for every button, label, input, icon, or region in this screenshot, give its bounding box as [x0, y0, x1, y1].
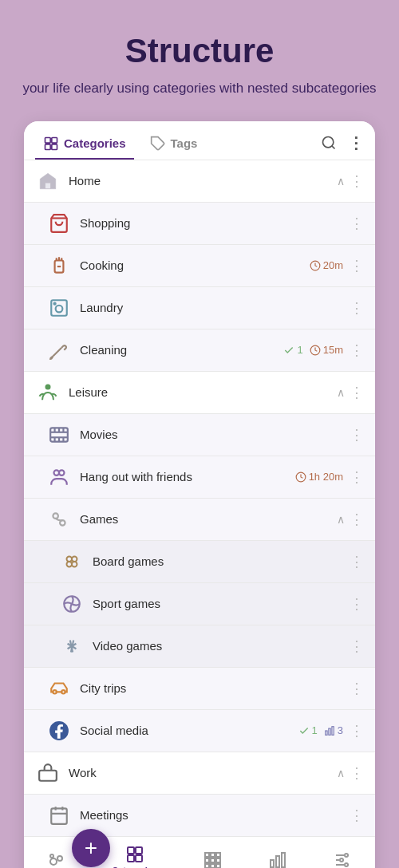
row-cooking: Cooking 20m ⋮	[24, 245, 375, 287]
more-icon[interactable]: ⋮	[348, 133, 364, 152]
hangout-dots[interactable]: ⋮	[348, 467, 365, 487]
svg-rect-57	[211, 853, 215, 857]
svg-rect-43	[332, 726, 334, 735]
svg-rect-2	[45, 144, 51, 149]
fab-icon: +	[85, 835, 97, 861]
board-games-dots[interactable]: ⋮	[348, 551, 365, 572]
svg-rect-3	[52, 144, 57, 149]
svg-rect-56	[205, 853, 209, 857]
leisure-dots[interactable]: ⋮	[348, 382, 365, 403]
nav-bubbles-icon	[47, 850, 66, 869]
meetings-icon	[46, 803, 72, 828]
svg-rect-1	[52, 137, 57, 143]
svg-rect-45	[51, 808, 67, 824]
city-trips-dots[interactable]: ⋮	[348, 678, 365, 699]
row-board-games: Board games ⋮	[24, 541, 375, 583]
tabs-actions: ⋮	[321, 133, 364, 156]
main-card: Categories Tags ⋮	[24, 121, 375, 869]
row-shopping: Shopping ⋮	[24, 203, 375, 245]
svg-rect-0	[45, 137, 51, 143]
row-movies: Movies ⋮	[24, 414, 375, 456]
movies-dots[interactable]: ⋮	[348, 424, 365, 445]
svg-rect-60	[211, 858, 215, 862]
board-games-label: Board games	[93, 554, 348, 568]
svg-rect-52	[128, 847, 134, 854]
svg-rect-67	[282, 853, 285, 867]
nav-categories-item[interactable]: Categories	[112, 845, 157, 869]
svg-line-15	[53, 347, 61, 356]
social-media-dots[interactable]: ⋮	[348, 720, 365, 741]
svg-point-49	[50, 858, 57, 865]
meetings-dots[interactable]: ⋮	[348, 805, 365, 826]
nav-chart-item[interactable]	[268, 850, 287, 869]
svg-rect-65	[271, 860, 274, 867]
movies-icon	[46, 422, 72, 448]
svg-rect-59	[205, 858, 209, 862]
work-chevron: ∧	[337, 767, 345, 779]
svg-rect-55	[136, 855, 142, 862]
nav-grid-item[interactable]	[203, 850, 222, 869]
work-icon	[35, 760, 61, 786]
category-list: Home ∧ ⋮ Shopping ⋮	[24, 160, 375, 836]
social-media-meta: 1 3	[298, 724, 343, 736]
hangout-timer: 1h 20m	[295, 471, 343, 483]
svg-rect-66	[276, 856, 279, 867]
games-dots[interactable]: ⋮	[348, 509, 365, 530]
social-media-check: 1	[298, 724, 318, 736]
games-label: Games	[80, 512, 337, 526]
shopping-dots[interactable]: ⋮	[348, 213, 365, 234]
svg-point-28	[59, 470, 65, 475]
row-laundry: Laundry ⋮	[24, 287, 375, 329]
svg-point-72	[340, 858, 343, 862]
laundry-icon	[46, 295, 72, 321]
svg-rect-53	[136, 847, 142, 854]
row-city-trips: City trips ⋮	[24, 668, 375, 710]
svg-rect-61	[216, 858, 220, 862]
city-trips-icon	[46, 676, 72, 701]
nav-graph-icon-item[interactable]	[47, 850, 66, 869]
svg-rect-64	[216, 864, 220, 868]
home-chevron: ∧	[337, 175, 345, 187]
sport-games-label: Sport games	[93, 597, 348, 610]
shopping-label: Shopping	[80, 216, 348, 230]
tabs-bar: Categories Tags ⋮	[24, 121, 375, 160]
hangout-label: Hang out with friends	[80, 470, 295, 483]
nav-categories-icon	[125, 845, 144, 864]
fab-button[interactable]: +	[72, 829, 110, 867]
sport-games-dots[interactable]: ⋮	[348, 594, 365, 614]
tab-tags[interactable]: Tags	[142, 129, 206, 160]
svg-line-6	[332, 145, 335, 148]
work-dots[interactable]: ⋮	[348, 763, 365, 783]
cooking-dots[interactable]: ⋮	[348, 255, 365, 276]
cleaning-timer: 15m	[310, 344, 343, 356]
row-home: Home ∧ ⋮	[24, 160, 375, 203]
row-video-games: Video games ⋮	[24, 625, 375, 668]
svg-point-51	[50, 854, 53, 858]
cooking-label: Cooking	[80, 258, 310, 272]
nav-settings-item[interactable]	[333, 850, 352, 869]
svg-rect-7	[45, 183, 51, 189]
games-chevron: ∧	[337, 513, 345, 526]
tab-categories[interactable]: Categories	[35, 129, 134, 160]
nav-grid-icon	[203, 850, 222, 869]
row-work: Work ∧ ⋮	[24, 752, 375, 795]
svg-rect-41	[326, 731, 327, 735]
svg-point-37	[53, 690, 56, 693]
leisure-chevron: ∧	[337, 386, 345, 399]
laundry-dots[interactable]: ⋮	[348, 298, 365, 318]
svg-rect-44	[39, 770, 57, 780]
cleaning-dots[interactable]: ⋮	[348, 340, 365, 361]
home-label: Home	[69, 174, 337, 187]
svg-point-73	[345, 863, 348, 866]
games-icon	[46, 507, 72, 532]
row-games: Games ∧ ⋮	[24, 499, 375, 541]
video-games-label: Video games	[93, 639, 348, 653]
home-dots[interactable]: ⋮	[348, 171, 365, 191]
search-icon[interactable]	[321, 135, 337, 151]
social-media-label: Social media	[80, 724, 298, 737]
svg-rect-63	[211, 864, 215, 868]
video-games-dots[interactable]: ⋮	[348, 636, 365, 657]
row-sport-games: Sport games ⋮	[24, 583, 375, 625]
work-label: Work	[69, 766, 337, 779]
cleaning-icon	[46, 337, 72, 363]
